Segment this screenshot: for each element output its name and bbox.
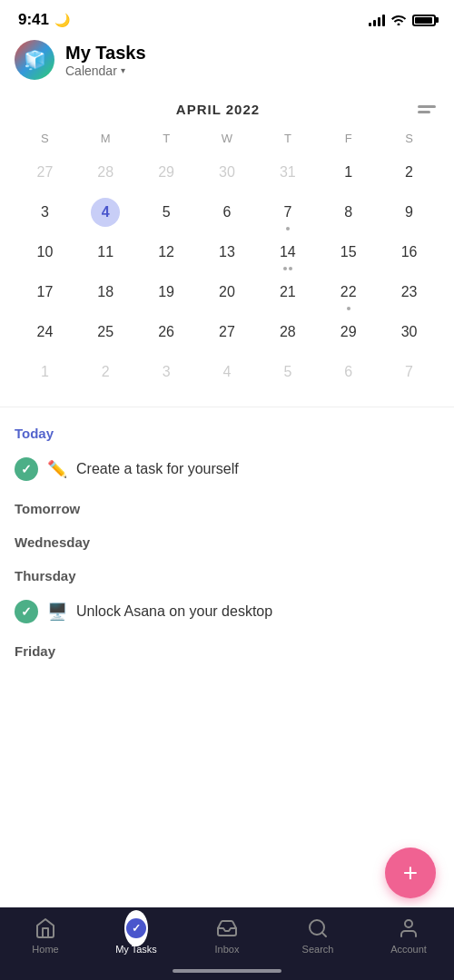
cal-day-today[interactable]: 4	[75, 192, 136, 232]
nav-item-search[interactable]: Search	[272, 916, 363, 955]
nav-item-home[interactable]: Home	[0, 916, 91, 955]
cal-day[interactable]: 2	[379, 152, 439, 192]
cal-day[interactable]: 6	[197, 192, 258, 232]
nav-label-search: Search	[302, 944, 334, 955]
task-emoji: ✏️	[47, 459, 67, 479]
section-tomorrow: Tomorrow	[15, 490, 439, 524]
cal-day[interactable]: 6	[318, 352, 379, 392]
cal-day[interactable]: 10	[15, 232, 75, 272]
nav-label-account: Account	[390, 944, 427, 955]
section-divider	[0, 407, 454, 407]
cal-day[interactable]: 2	[75, 352, 136, 392]
section-today: Today	[15, 415, 439, 448]
cal-day[interactable]: 27	[15, 152, 75, 192]
cal-day[interactable]: 17	[15, 272, 75, 312]
cal-day[interactable]: 9	[379, 192, 439, 232]
view-label: Calendar	[65, 64, 117, 78]
plus-icon: +	[403, 860, 418, 886]
cal-day[interactable]: 28	[257, 312, 318, 352]
day-thu: T	[257, 128, 318, 149]
calendar-grid: 27 28 29 30 31 1 2 3 4 5 6 7 8 9 10 11 1…	[15, 152, 439, 392]
task-text: Create a task for yourself	[76, 461, 239, 477]
cal-day[interactable]: 29	[136, 152, 197, 192]
cal-day[interactable]: 12	[136, 232, 197, 272]
nav-label-inbox: Inbox	[215, 944, 240, 955]
cal-day[interactable]: 22	[318, 272, 379, 312]
cal-day[interactable]: 3	[15, 192, 75, 232]
cal-day[interactable]: 7	[257, 192, 318, 232]
home-icon	[34, 916, 57, 940]
cal-day[interactable]: 20	[197, 272, 258, 312]
nav-item-inbox[interactable]: Inbox	[182, 916, 272, 955]
grid-line-1	[418, 105, 436, 108]
grid-line-2	[418, 111, 430, 113]
task-item[interactable]: 🖥️ Unlock Asana on your desktop	[15, 591, 439, 632]
nav-item-account[interactable]: Account	[363, 916, 454, 955]
calendar-header: APRIL 2022	[15, 91, 439, 128]
task-complete-icon[interactable]	[15, 600, 38, 623]
cal-day[interactable]: 1	[318, 152, 379, 192]
my-tasks-icon	[124, 916, 148, 940]
cal-day[interactable]: 24	[15, 312, 75, 352]
page-header: 🧊 My Tasks Calendar ▾	[0, 33, 454, 91]
status-time: 9:41	[18, 11, 49, 29]
status-icons	[369, 13, 436, 28]
cal-day[interactable]: 30	[379, 312, 439, 352]
status-bar: 9:41 🌙	[0, 0, 454, 33]
task-emoji: 🖥️	[47, 602, 67, 622]
cal-day[interactable]: 26	[136, 312, 197, 352]
nav-label-home: Home	[32, 944, 58, 955]
svg-point-2	[405, 920, 412, 927]
section-thursday: Thursday	[15, 557, 439, 591]
avatar: 🧊	[15, 40, 54, 80]
cal-day[interactable]: 25	[75, 312, 136, 352]
task-complete-icon[interactable]	[15, 457, 38, 481]
section-friday: Friday	[15, 632, 439, 666]
cal-day[interactable]: 8	[318, 192, 379, 232]
cal-day[interactable]: 13	[197, 232, 258, 272]
cal-day[interactable]: 18	[75, 272, 136, 312]
cal-day[interactable]: 14	[257, 232, 318, 272]
account-icon	[397, 916, 420, 940]
cal-day[interactable]: 16	[379, 232, 439, 272]
svg-line-1	[322, 933, 326, 936]
task-item[interactable]: ✏️ Create a task for yourself	[15, 448, 439, 490]
view-selector[interactable]: Calendar ▾	[65, 64, 146, 78]
task-list: Today ✏️ Create a task for yourself Tomo…	[0, 415, 454, 666]
cal-day[interactable]: 28	[75, 152, 136, 192]
cal-day[interactable]: 23	[379, 272, 439, 312]
cal-day[interactable]: 29	[318, 312, 379, 352]
cal-day[interactable]: 3	[136, 352, 197, 392]
cal-day[interactable]: 4	[197, 352, 258, 392]
cal-day[interactable]: 5	[136, 192, 197, 232]
nav-item-my-tasks[interactable]: My Tasks	[91, 916, 182, 955]
calendar-view-toggle[interactable]	[418, 105, 436, 113]
cal-day[interactable]: 1	[15, 352, 75, 392]
day-tue: T	[136, 128, 197, 149]
signal-bars-icon	[369, 14, 385, 26]
cal-day[interactable]: 31	[257, 152, 318, 192]
cal-day[interactable]: 7	[379, 352, 439, 392]
moon-icon: 🌙	[54, 13, 70, 27]
add-task-button[interactable]: +	[385, 848, 436, 898]
day-sun: S	[15, 128, 75, 149]
cal-day[interactable]: 5	[257, 352, 318, 392]
cal-day[interactable]: 30	[197, 152, 258, 192]
home-indicator	[173, 969, 281, 973]
day-headers: S M T W T F S	[15, 128, 439, 149]
day-mon: M	[75, 128, 136, 149]
cal-day[interactable]: 11	[75, 232, 136, 272]
day-wed: W	[197, 128, 258, 149]
inbox-icon	[215, 916, 239, 940]
status-time-wrap: 9:41 🌙	[18, 11, 70, 29]
nav-label-my-tasks: My Tasks	[115, 944, 157, 955]
cal-day[interactable]: 21	[257, 272, 318, 312]
page-title: My Tasks	[65, 43, 146, 64]
cal-day[interactable]: 19	[136, 272, 197, 312]
chevron-down-icon: ▾	[121, 65, 125, 75]
cal-day[interactable]: 15	[318, 232, 379, 272]
calendar-month-year: APRIL 2022	[176, 102, 260, 117]
section-wednesday: Wednesday	[15, 524, 439, 557]
cal-day[interactable]: 27	[197, 312, 258, 352]
header-text: My Tasks Calendar ▾	[65, 43, 146, 78]
